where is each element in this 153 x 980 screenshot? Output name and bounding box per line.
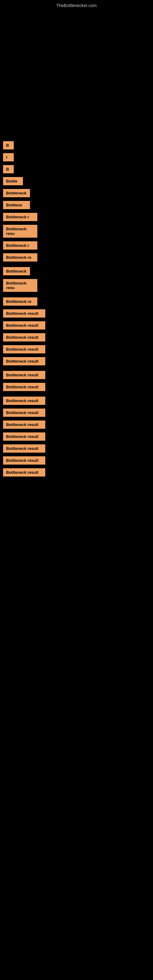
result-item: Bottleneck xyxy=(3,189,30,197)
result-item: Bottleneck xyxy=(3,267,30,275)
result-item: Bottleneck result xyxy=(3,409,45,417)
result-item: Bottlene xyxy=(3,201,30,209)
result-item: Bottleneck resu xyxy=(3,279,37,292)
result-item: Bottleneck r xyxy=(3,241,37,250)
main-container: BIBBottleBottleneckBottleneBottleneck rB… xyxy=(0,10,153,477)
result-item: Bottleneck resu xyxy=(3,225,37,238)
result-item: Bottleneck re xyxy=(3,298,37,305)
result-item: Bottleneck result xyxy=(3,468,45,477)
results-section: BIBBottleBottleneckBottleneBottleneck rB… xyxy=(3,138,150,477)
result-item: Bottleneck result xyxy=(3,444,45,453)
result-item: Bottleneck r xyxy=(3,213,37,221)
result-item: Bottleneck result xyxy=(3,371,45,379)
result-item: Bottleneck result xyxy=(3,333,45,342)
result-item: Bottle xyxy=(3,177,23,185)
result-item: Bottleneck re xyxy=(3,253,37,261)
result-item: Bottleneck result xyxy=(3,345,45,353)
result-item: Bottleneck result xyxy=(3,433,45,441)
result-item: Bottleneck result xyxy=(3,396,45,405)
result-item: B xyxy=(3,165,14,173)
result-item: Bottleneck result xyxy=(3,456,45,465)
result-item: Bottleneck result xyxy=(3,383,45,391)
result-item: B xyxy=(3,141,14,150)
result-item: Bottleneck result xyxy=(3,321,45,329)
result-item: Bottleneck result xyxy=(3,420,45,429)
site-title: TheBottlenecker.com xyxy=(0,0,153,10)
result-item: I xyxy=(3,153,14,161)
result-item: Bottleneck result xyxy=(3,357,45,365)
black-section xyxy=(3,10,150,138)
result-item: Bottleneck result xyxy=(3,309,45,318)
